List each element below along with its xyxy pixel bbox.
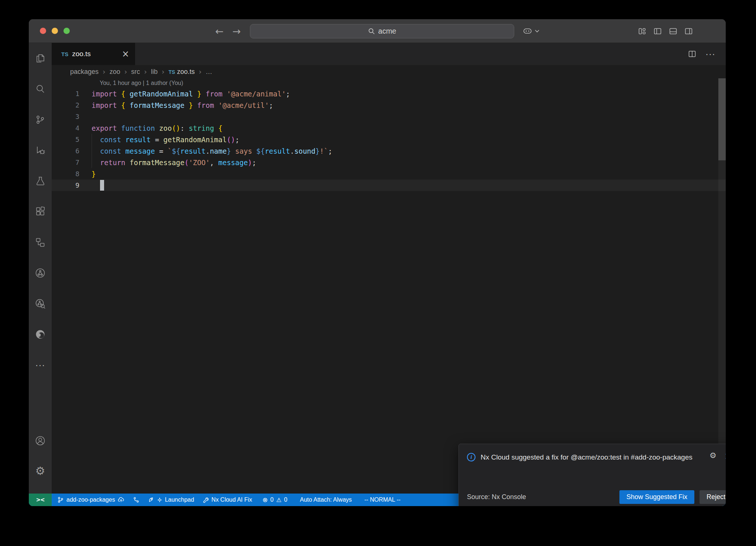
notification-toast: i Nx Cloud suggested a fix for @acme/zoo…: [458, 444, 726, 506]
commit-graph-item[interactable]: [129, 494, 144, 506]
code-line[interactable]: 6 const message = `${result.name} says $…: [52, 145, 726, 157]
close-window-button[interactable]: [40, 28, 46, 34]
nx-project-graph-icon[interactable]: [29, 257, 52, 288]
vim-mode-item[interactable]: -- NORMAL --: [360, 494, 405, 506]
show-suggested-fix-button[interactable]: Show Suggested Fix: [619, 490, 694, 504]
code-line[interactable]: 8}: [52, 168, 726, 180]
code-editor[interactable]: You, 1 hour ago | 1 author (You) 1import…: [52, 78, 726, 494]
back-arrow-icon[interactable]: ←: [215, 25, 224, 37]
layout-controls: [638, 19, 693, 43]
search-value: acme: [378, 27, 396, 35]
nx-console-icon[interactable]: [29, 227, 52, 257]
tab-zoo-ts[interactable]: TS zoo.ts ×: [52, 43, 135, 65]
run-debug-icon[interactable]: [29, 135, 52, 165]
code-line[interactable]: 7 return formatMessage('ZOO', message);: [52, 157, 726, 168]
zoom-window-button[interactable]: [63, 28, 70, 34]
satellite-icon: [157, 497, 162, 503]
title-bar: ← → acme: [29, 19, 726, 43]
remote-indicator[interactable]: ><: [29, 494, 52, 506]
explorer-icon[interactable]: [29, 43, 52, 74]
breadcrumb-symbol-overflow[interactable]: …: [206, 68, 212, 76]
editor-group: TS zoo.ts × ··· packages › zoo › src ›: [52, 43, 726, 494]
search-view-icon[interactable]: [29, 74, 52, 104]
settings-gear-icon[interactable]: ⚙: [29, 456, 52, 486]
editor-scrollbar[interactable]: [718, 78, 726, 494]
warning-icon: ⚠: [276, 496, 281, 504]
breadcrumb-file[interactable]: TSzoo.ts: [169, 68, 195, 76]
launchpad-item[interactable]: Launchpad: [144, 494, 198, 506]
breadcrumb-item[interactable]: lib: [151, 68, 158, 76]
commit-graph-icon: [133, 496, 140, 503]
close-notification-icon[interactable]: ×: [724, 452, 726, 461]
copilot-menu[interactable]: [523, 19, 539, 43]
copilot-icon: [523, 26, 532, 36]
line-number: 2: [52, 101, 92, 109]
warning-count: 0: [284, 496, 288, 503]
tab-title: zoo.ts: [72, 50, 91, 58]
line-number: 4: [52, 124, 92, 132]
minimize-window-button[interactable]: [52, 28, 58, 34]
breadcrumb-item[interactable]: zoo: [110, 68, 120, 76]
code-line[interactable]: 2import { formatMessage } from '@acme/ut…: [52, 99, 726, 111]
notification-settings-icon[interactable]: ⚙: [709, 452, 717, 460]
editor-actions: ···: [688, 43, 726, 65]
auto-attach-item[interactable]: Auto Attach: Always: [296, 494, 356, 506]
chevron-right-icon: ›: [144, 68, 147, 76]
code-line[interactable]: 5 const result = getRandomAnimal();: [52, 134, 726, 145]
activity-bar: ··· ⚙: [29, 43, 52, 494]
code-line[interactable]: 1import { getRandomAnimal } from '@acme/…: [52, 88, 726, 99]
toggle-panel-icon[interactable]: [669, 27, 678, 36]
editor-cursor: [100, 180, 104, 191]
breadcrumb-item[interactable]: src: [131, 68, 140, 76]
problems-item[interactable]: ⊗ 0 ⚠ 0: [258, 494, 291, 506]
window-controls: [40, 28, 70, 34]
line-number: 7: [52, 158, 92, 166]
close-tab-icon[interactable]: ×: [122, 50, 129, 58]
launchpad-label: Launchpad: [165, 496, 194, 503]
breadcrumb-item[interactable]: packages: [70, 68, 99, 76]
code-line[interactable]: 4export function zoo(): string {: [52, 122, 726, 134]
notification-source: Source: Nx Console: [467, 493, 526, 501]
nx-graph-search-icon[interactable]: [29, 288, 52, 319]
tab-bar: TS zoo.ts × ···: [52, 43, 726, 65]
code-line[interactable]: 3: [52, 111, 726, 122]
forward-arrow-icon[interactable]: →: [233, 25, 241, 37]
edge-browser-icon[interactable]: [29, 319, 52, 349]
more-actions-icon[interactable]: ···: [705, 49, 715, 59]
code-line[interactable]: 9: [52, 180, 726, 191]
rocket-icon: [148, 496, 154, 503]
history-nav: ← →: [215, 19, 241, 43]
git-blame-lens[interactable]: You, 1 hour ago | 1 author (You): [52, 78, 726, 88]
indent-guide: [92, 134, 92, 168]
split-editor-icon[interactable]: [688, 50, 697, 58]
scrollbar-thumb[interactable]: [718, 78, 726, 160]
toggle-secondary-sidebar-icon[interactable]: [684, 27, 693, 36]
notification-message: Nx Cloud suggested a fix for @acme/zoo:t…: [481, 452, 697, 463]
typescript-file-icon: TS: [169, 69, 175, 75]
error-icon: ⊗: [262, 496, 268, 504]
testing-icon[interactable]: [29, 165, 52, 196]
toggle-primary-sidebar-icon[interactable]: [653, 27, 662, 36]
account-icon[interactable]: [29, 426, 52, 456]
git-branch-item[interactable]: add-zoo-packages: [53, 494, 129, 506]
extensions-icon[interactable]: [29, 196, 52, 227]
typescript-file-icon: TS: [61, 51, 68, 57]
line-number: 3: [52, 113, 92, 120]
nx-cloud-fix-item[interactable]: Nx Cloud AI Fix: [198, 494, 256, 506]
command-center-search[interactable]: acme: [250, 24, 514, 38]
chevron-right-icon: ›: [124, 68, 127, 76]
line-number: 1: [52, 90, 92, 98]
chevron-right-icon: ›: [162, 68, 165, 76]
git-branch-icon: [57, 496, 64, 503]
search-icon: [368, 28, 375, 35]
reject-button[interactable]: Reject: [700, 490, 726, 504]
more-views-icon[interactable]: ···: [29, 349, 52, 380]
source-control-icon[interactable]: [29, 104, 52, 135]
chevron-down-icon: [535, 30, 539, 33]
vscode-window: ← → acme: [29, 19, 726, 506]
line-number: 8: [52, 170, 92, 178]
breadcrumb: packages › zoo › src › lib › TSzoo.ts › …: [52, 65, 726, 78]
nx-fix-label: Nx Cloud AI Fix: [212, 496, 252, 503]
chevron-right-icon: ›: [199, 68, 202, 76]
customize-layout-icon[interactable]: [638, 27, 647, 36]
